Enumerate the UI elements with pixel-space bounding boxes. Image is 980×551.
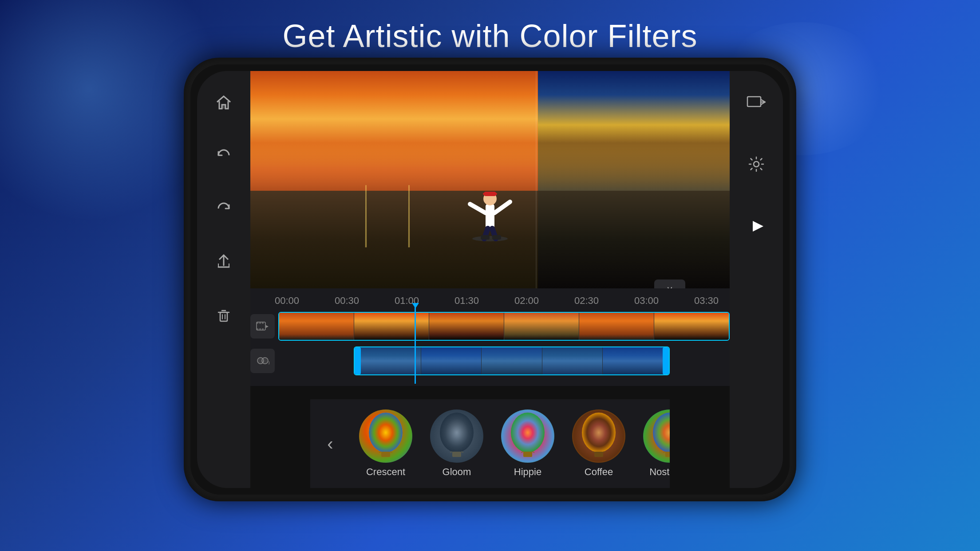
video-track-content[interactable] xyxy=(278,312,730,341)
svg-line-36 xyxy=(450,452,452,453)
filter-crescent[interactable]: Crescent xyxy=(350,401,421,486)
svg-rect-18 xyxy=(259,322,261,324)
settings-button[interactable] xyxy=(743,151,770,177)
svg-rect-43 xyxy=(594,452,603,457)
svg-line-11 xyxy=(494,202,510,213)
filter-nostalgia[interactable]: Nostalgia xyxy=(634,401,670,486)
video-preview: ∨ xyxy=(250,71,730,288)
time-0130: 01:30 xyxy=(454,295,479,307)
video-right-panel xyxy=(538,71,730,288)
svg-rect-47 xyxy=(665,452,670,457)
svg-rect-17 xyxy=(257,322,258,324)
page-title: Get Artistic with Color Filters xyxy=(0,18,980,54)
svg-line-48 xyxy=(663,452,665,453)
svg-line-44 xyxy=(592,452,594,453)
filter-coffee[interactable]: Coffee xyxy=(563,401,634,486)
svg-rect-14 xyxy=(481,235,490,240)
filter-strip: ‹ Crescent xyxy=(310,399,670,488)
svg-marker-23 xyxy=(266,325,269,328)
filter-track-row: 1 xyxy=(250,344,730,378)
filter-handle-left[interactable] xyxy=(355,347,361,374)
video-track-row xyxy=(250,310,730,343)
svg-rect-15 xyxy=(492,235,501,240)
play-button[interactable] xyxy=(743,213,770,240)
time-0000: 00:00 xyxy=(275,295,299,307)
playhead[interactable] xyxy=(415,304,416,384)
main-content: ∨ 00:00 00:30 01:00 01:30 02:00 02:30 03… xyxy=(250,71,730,488)
right-sidebar xyxy=(730,71,783,488)
time-0300: 03:00 xyxy=(634,295,659,307)
svg-line-32 xyxy=(379,452,381,453)
filter-thumbs xyxy=(361,347,663,374)
filter-crescent-label: Crescent xyxy=(366,466,405,478)
svg-line-10 xyxy=(470,204,486,213)
svg-rect-1 xyxy=(220,312,227,321)
svg-line-33 xyxy=(390,452,392,453)
phone-frame: ∨ 00:00 00:30 01:00 01:30 02:00 02:30 03… xyxy=(184,58,796,501)
upload-button[interactable] xyxy=(210,248,237,275)
filter-hippie-label: Hippie xyxy=(514,466,541,478)
timeline-area: 00:00 00:30 01:00 01:30 02:00 02:30 03:0… xyxy=(250,288,730,386)
time-0330: 03:30 xyxy=(694,295,719,307)
svg-rect-6 xyxy=(486,204,494,228)
undo-button[interactable] xyxy=(210,142,237,169)
filter-track-icon: 1 xyxy=(250,349,275,373)
svg-point-34 xyxy=(440,413,474,453)
filter-nostalgia-preview xyxy=(643,409,670,463)
redo-button[interactable] xyxy=(210,195,237,222)
filter-gloom-label: Gloom xyxy=(443,466,471,478)
phone-screen: ∨ 00:00 00:30 01:00 01:30 02:00 02:30 03… xyxy=(190,64,790,495)
svg-point-42 xyxy=(582,413,616,453)
filter-hippie-preview xyxy=(501,409,554,463)
playhead-head xyxy=(412,303,419,308)
time-ruler: 00:00 00:30 01:00 01:30 02:00 02:30 03:0… xyxy=(250,293,730,308)
svg-point-46 xyxy=(653,413,670,453)
video-track-icon xyxy=(250,314,275,338)
svg-rect-2 xyxy=(747,97,761,106)
svg-line-41 xyxy=(532,452,534,453)
svg-line-45 xyxy=(603,452,605,453)
svg-point-30 xyxy=(369,413,403,453)
filter-back-button[interactable]: ‹ xyxy=(310,434,350,454)
svg-rect-19 xyxy=(262,322,264,324)
filter-handle-right[interactable] xyxy=(663,347,669,374)
filter-crescent-preview xyxy=(359,409,412,463)
svg-point-5 xyxy=(472,236,508,241)
filter-coffee-preview xyxy=(572,409,625,463)
filter-gloom-preview xyxy=(430,409,483,463)
collapse-button[interactable]: ∨ xyxy=(654,279,685,288)
time-0200: 02:00 xyxy=(514,295,539,307)
time-0030: 00:30 xyxy=(335,295,359,307)
svg-marker-4 xyxy=(753,221,763,232)
svg-rect-21 xyxy=(259,328,261,330)
filter-track-wrapper xyxy=(278,346,730,375)
filter-track-content[interactable] xyxy=(354,346,670,375)
skater-figure xyxy=(466,160,514,244)
filter-coffee-label: Coffee xyxy=(585,466,613,478)
svg-line-40 xyxy=(521,452,523,453)
filter-gloom[interactable]: Gloom xyxy=(421,401,492,486)
delete-button[interactable] xyxy=(210,302,237,328)
svg-line-37 xyxy=(461,452,463,453)
time-0230: 02:30 xyxy=(574,295,599,307)
svg-rect-35 xyxy=(452,452,461,457)
svg-rect-39 xyxy=(523,452,532,457)
svg-rect-31 xyxy=(381,452,390,457)
left-sidebar xyxy=(197,71,250,488)
filter-nostalgia-label: Nostalgia xyxy=(649,466,670,478)
svg-text:1: 1 xyxy=(268,361,269,365)
svg-point-3 xyxy=(754,161,759,167)
svg-rect-22 xyxy=(262,328,264,330)
split-divider xyxy=(536,71,537,288)
export-button[interactable] xyxy=(743,89,770,115)
svg-rect-9 xyxy=(484,192,496,196)
svg-rect-20 xyxy=(257,328,258,330)
svg-rect-0 xyxy=(222,105,225,109)
filter-hippie[interactable]: Hippie xyxy=(492,401,563,486)
svg-point-38 xyxy=(511,413,545,453)
svg-point-27 xyxy=(262,358,268,364)
home-button[interactable] xyxy=(210,89,237,115)
